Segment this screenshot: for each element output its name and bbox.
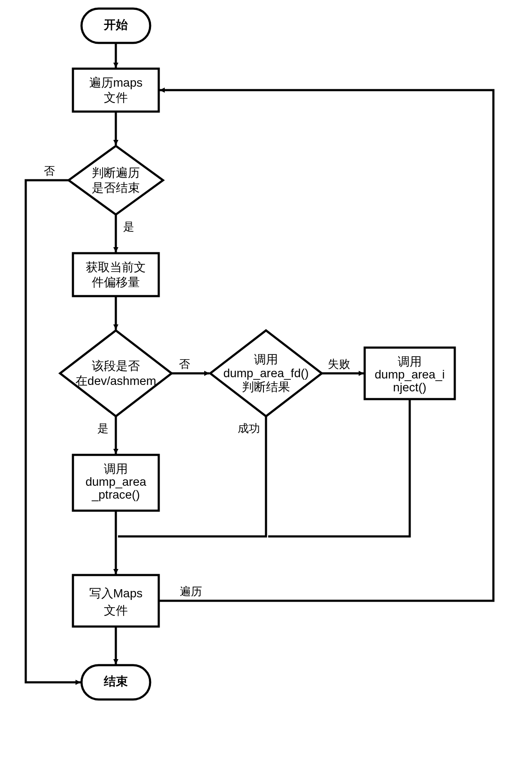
edge-fail-label: 失败 xyxy=(328,357,350,370)
traverse-label-1: 遍历maps xyxy=(89,76,142,89)
dump-fd-label-3: 判断结果 xyxy=(242,380,290,394)
dump-inject-label-1: 调用 xyxy=(398,355,422,368)
check-end-label-2: 是否结束 xyxy=(92,181,140,194)
dump-fd-label-2: dump_area_fd() xyxy=(223,366,308,380)
svg-rect-16 xyxy=(73,575,159,627)
edge-no-label-1: 否 xyxy=(44,164,55,177)
check-ashmem-label-2: 在dev/ashmem xyxy=(76,374,156,388)
start-node: 开始 xyxy=(82,9,150,43)
dump-ptrace-label-2: dump_area xyxy=(85,475,146,488)
edge-loop-label: 遍历 xyxy=(180,585,202,598)
svg-marker-4 xyxy=(69,146,163,215)
dump-ptrace-label-3: _ptrace() xyxy=(91,488,140,501)
write-maps-label-2: 文件 xyxy=(104,604,128,617)
dump-ptrace-node: 调用 dump_area _ptrace() xyxy=(73,455,159,511)
edge-yes-label-2: 是 xyxy=(97,422,109,435)
write-maps-node: 写入Maps 文件 xyxy=(73,575,159,627)
dump-inject-node: 调用 dump_area_i nject() xyxy=(365,348,455,399)
dump-ptrace-label-1: 调用 xyxy=(104,462,128,475)
edge-yes-label-1: 是 xyxy=(123,220,134,233)
check-end-node: 判断遍历 是否结束 xyxy=(69,146,163,215)
get-offset-node: 获取当前文 件偏移量 xyxy=(73,253,159,296)
dump-inject-label-3: nject() xyxy=(393,381,426,394)
svg-marker-8 xyxy=(60,330,172,416)
traverse-label-2: 文件 xyxy=(104,91,128,104)
edge-no-label-2: 否 xyxy=(179,357,190,370)
flowchart-diagram: 开始 遍历maps 文件 判断遍历 是否结束 否 是 获取当前文 件偏移量 该段… xyxy=(0,0,532,769)
end-label: 结束 xyxy=(103,675,128,688)
start-label: 开始 xyxy=(103,18,128,31)
check-ashmem-node: 该段是否 在dev/ashmem xyxy=(60,330,172,416)
dump-inject-label-2: dump_area_i xyxy=(375,368,444,381)
traverse-node: 遍历maps 文件 xyxy=(73,69,159,112)
check-ashmem-label-1: 该段是否 xyxy=(92,359,140,372)
svg-rect-6 xyxy=(73,253,159,296)
write-maps-label-1: 写入Maps xyxy=(89,587,142,600)
edge-success-label: 成功 xyxy=(238,422,260,435)
dump-fd-node: 调用 dump_area_fd() 判断结果 xyxy=(210,330,322,416)
get-offset-label-1: 获取当前文 xyxy=(86,260,146,274)
dump-fd-label-1: 调用 xyxy=(254,353,278,366)
check-end-label-1: 判断遍历 xyxy=(92,166,140,179)
svg-rect-2 xyxy=(73,69,159,112)
get-offset-label-2: 件偏移量 xyxy=(92,276,140,289)
end-node: 结束 xyxy=(82,665,150,699)
